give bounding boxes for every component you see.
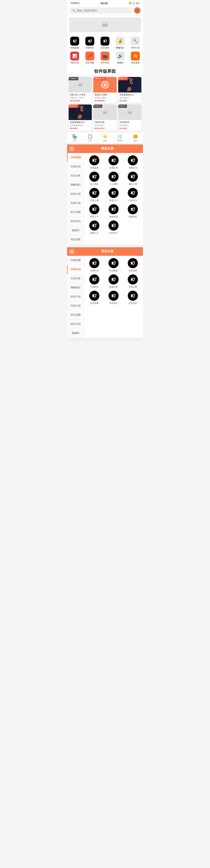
category-item-douyin-flow[interactable]: 📊 抖因引流	[67, 51, 82, 65]
sidebar2-item-douyin-works[interactable]: 抖喵作品	[67, 265, 84, 274]
nav-mine[interactable]: 😊 我的	[128, 132, 143, 143]
svg-point-34	[93, 261, 94, 265]
svg-point-31	[95, 224, 97, 225]
cat2-icon-douyin-works[interactable]: 抖喵作品	[86, 258, 103, 272]
sidebar-item-taobao-1[interactable]: 淘宝逛逛	[67, 235, 84, 244]
sidebar-item-choplive-1[interactable]: 筷手直播	[67, 208, 84, 217]
cat-content-2: 抖喵作品 作品播放 快速涨粉	[84, 256, 143, 338]
product-card-5[interactable]: 🏔 月销1万+ D秒刷点赞 全自动执行 ¥0.024752	[93, 104, 116, 130]
douyin-flow-icon: 📊	[70, 52, 79, 61]
category-item-douyin-works[interactable]: 抖喵作品	[82, 35, 98, 51]
svg-point-1	[76, 39, 77, 41]
cat-icon-item-ecom-scroll[interactable]: 电商滚屏	[105, 204, 122, 218]
sidebar-item-video-1[interactable]: 视频呜	[67, 226, 84, 235]
order-icon: 📋	[87, 134, 93, 139]
cat-icon-item-recommend[interactable]: 推荐入口	[105, 188, 122, 202]
category-item-taobao[interactable]: 淘 淘宝逛逛	[128, 51, 143, 65]
cat-icon-item-live-gift[interactable]: 直播送礼	[125, 204, 141, 218]
svg-point-20	[112, 191, 113, 194]
cat2-icon-works-comment[interactable]: 作品评论	[105, 291, 122, 305]
cat2-label-quick-grow: 快速涨粉	[129, 269, 137, 272]
cat-icon-label-live-gift: 直播送礼	[129, 215, 137, 218]
product-badge-3: 月销27万+	[118, 77, 128, 80]
nav-shop[interactable]: 🏪 商城	[67, 132, 82, 143]
product-image-5: 🏔 月销1万+	[93, 104, 116, 120]
cat-tiktok-icon-12	[128, 204, 138, 214]
sidebar2-item-chopworks[interactable]: 筷手作品	[67, 319, 84, 329]
category-section-2: < 商品分类 抖喵直播 抖喵作品 抖店业务 网赚项目 科技引流 抖因引流 筷手直…	[67, 247, 143, 338]
sidebar2-item-choplive[interactable]: 筷手直播	[67, 310, 84, 319]
collapse-button-2[interactable]: <	[70, 249, 74, 254]
cat2-tiktok-icon-9	[128, 291, 138, 301]
product-card-2[interactable]: d 月销15822万+ 急速秒上播放 急速秒上播放 ¥0.000006	[93, 77, 116, 103]
product-card-6[interactable]: 🏔 月销1万+ D秒单粉丝 D秒单粉丝 ¥0.0392	[118, 104, 141, 130]
svg-point-5	[106, 39, 107, 41]
svg-point-40	[93, 278, 94, 281]
sidebar-item-shop-biz-1[interactable]: 抖店业务	[67, 171, 84, 180]
nav-mine-label: 我的	[133, 140, 137, 142]
svg-point-10	[131, 159, 133, 162]
cat-icon-label-recommend: 推荐入口	[109, 199, 118, 202]
cat2-icon-works-play[interactable]: 作品播放	[105, 258, 122, 272]
sidebar-item-flow-1[interactable]: 抖因引流	[67, 198, 84, 208]
cat-icon-item-douyin-box[interactable]: 抖音盒子	[105, 220, 122, 235]
cat-sidebar-2: 抖喵直播 抖喵作品 抖店业务 网赚项目 科技引流 抖因引流 筷手直播 筷手作品 …	[67, 256, 84, 338]
sidebar2-item-flow[interactable]: 抖因引流	[67, 301, 84, 310]
category-item-douyin-live[interactable]: 抖喵直播	[67, 35, 82, 51]
sidebar-item-earn-1[interactable]: 网赚项目	[67, 180, 84, 189]
sidebar-item-tech-1[interactable]: 科技引流	[67, 189, 84, 198]
cat2-icon-hand-like[interactable]: 手提点赞	[125, 274, 141, 288]
nav-order[interactable]: 📋 订单	[82, 132, 98, 143]
svg-point-23	[134, 191, 135, 192]
sidebar2-item-video[interactable]: 视频呜	[67, 329, 84, 338]
product-card-1[interactable]: 🏔 月销80万+ 质量-真人小星星 质量-真人小星星 ¥0.017816	[69, 77, 92, 103]
category-title-2: 商品分类	[74, 249, 140, 253]
category-item-earn-money[interactable]: 💰 网赚项目	[112, 35, 128, 51]
search-input[interactable]	[77, 9, 130, 12]
cat-icon-item-lamp-rank[interactable]: 灯牌上榜	[86, 188, 103, 202]
category-item-shop-biz[interactable]: 抖店业务	[98, 35, 112, 51]
banner-placeholder: 🏔	[69, 18, 141, 32]
cat2-tiktok-icon-1	[89, 258, 99, 268]
cat-icon-item-real-rank[interactable]: 真机上榜	[125, 172, 141, 186]
cat-icon-item-live-views[interactable]: 直播人次	[86, 220, 103, 235]
cat2-tiktok-icon-2	[108, 258, 119, 268]
category-item-chopstick-live[interactable]: 🥢 筷手直播	[82, 51, 98, 65]
svg-point-19	[95, 191, 97, 192]
category-item-chopstick-works[interactable]: 🎬 筷手作品	[98, 51, 112, 65]
cat2-icon-quick-like[interactable]: 快速点赞	[105, 274, 122, 288]
cat2-icon-hand-fans[interactable]: 手提粉丝	[86, 274, 103, 288]
cat-icon-item-sec-rank[interactable]: 秒上榜区	[86, 172, 103, 186]
cat-icon-item-live-interact[interactable]: 直播互动	[125, 155, 141, 169]
cat2-icon-works-collect[interactable]: 作品收藏	[86, 291, 103, 305]
sidebar-item-chopworks-1[interactable]: 筷手作品	[67, 217, 84, 226]
sidebar2-item-shop-biz[interactable]: 抖店业务	[67, 274, 84, 283]
product-card-4[interactable]: 飞扬 月销27万+ 高质量极速关注 高质量极速关注 ¥0.0434	[69, 104, 92, 130]
sidebar2-item-tech[interactable]: 科技引流	[67, 292, 84, 301]
svg-point-42	[112, 278, 113, 281]
search-input-wrap[interactable]: 🔍	[70, 7, 132, 13]
cat-icon-item-live-like[interactable]: 直播点赞	[105, 155, 122, 169]
collapse-button-1[interactable]: <	[70, 147, 74, 151]
category-item-video-sound[interactable]: 🔊 视频呜	[112, 51, 128, 65]
nav-collect[interactable]: ⭐ 收藏	[98, 132, 112, 143]
customer-service-button[interactable]: 🎧	[134, 7, 140, 14]
sidebar2-item-earn[interactable]: 网赚项目	[67, 283, 84, 292]
nav-cart[interactable]: 🛒 购物车	[112, 132, 128, 143]
sidebar-item-douyin-live-1[interactable]: 抖喵直播	[67, 153, 84, 162]
video-sound-icon: 🔊	[116, 52, 125, 61]
sidebar2-item-douyin-live[interactable]: 抖喵直播	[67, 256, 84, 265]
category-item-tech-flow[interactable]: 🔧 科技引流	[128, 35, 143, 51]
cat2-icon-quick-grow[interactable]: 快速涨粉	[125, 258, 141, 272]
cat-icon-item-douyin-live[interactable]: 抖喵直播	[86, 155, 103, 169]
cat-tiktok-icon-3	[128, 155, 138, 165]
svg-point-25	[95, 207, 97, 209]
svg-point-46	[93, 294, 94, 297]
cat-icon-item-no-rank[interactable]: 不上榜区	[105, 172, 122, 186]
product-card-3[interactable]: 飞扬 月销27万+ 高质量极速红心 全自动执行 ¥0.0238	[118, 77, 141, 103]
cat-icon-item-fan-pop[interactable]: 带货人气	[86, 204, 103, 218]
cat2-icon-works-share[interactable]: 作品转发	[125, 291, 141, 305]
cat-icon-item-beat-follow[interactable]: 打榜关注	[125, 188, 141, 202]
category-label-taobao: 淘宝逛逛	[131, 61, 140, 64]
sidebar-item-douyin-works-1[interactable]: 抖喵作品	[67, 162, 84, 171]
